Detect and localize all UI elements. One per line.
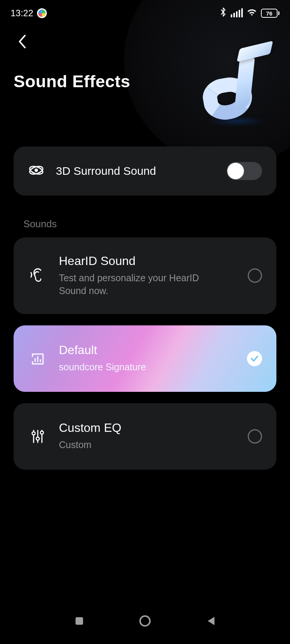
cellular-icon (231, 9, 243, 17)
surround-icon (28, 163, 45, 179)
wifi-icon (247, 8, 257, 18)
status-left: 13:22 (11, 8, 47, 18)
nav-back-button[interactable] (202, 612, 221, 630)
option-title: HearID Sound (59, 254, 236, 268)
back-button[interactable] (14, 33, 30, 50)
autofill-icon (37, 8, 47, 18)
battery-level: 76 (266, 11, 273, 16)
equalizer-icon (28, 351, 48, 366)
status-right: 76 (219, 7, 279, 19)
triangle-left-icon (206, 616, 216, 626)
status-time: 13:22 (11, 8, 33, 18)
square-icon (74, 616, 84, 626)
option-subtitle: soundcore Signature (59, 361, 218, 374)
option-custom-eq[interactable]: Custom EQ Custom (14, 403, 276, 470)
svg-point-10 (36, 437, 39, 440)
surround-sound-label: 3D Surround Sound (56, 165, 215, 177)
option-subtitle: Custom (59, 439, 218, 451)
svg-rect-12 (76, 617, 83, 625)
system-nav-bar (0, 608, 290, 634)
check-icon (250, 354, 259, 363)
option-title: Default (59, 343, 236, 357)
sounds-section-label: Sounds (23, 218, 275, 230)
svg-point-2 (35, 169, 37, 171)
option-title: Custom EQ (59, 421, 236, 435)
radio-selected[interactable] (247, 351, 262, 366)
bluetooth-icon (219, 7, 227, 19)
svg-point-9 (32, 432, 35, 435)
toggle-knob (227, 163, 244, 179)
svg-point-13 (140, 616, 150, 626)
radio-unselected[interactable] (248, 268, 262, 283)
sliders-icon (28, 428, 48, 445)
option-hearid-sound[interactable]: HearID Sound Test and personalize your H… (14, 237, 276, 314)
battery-indicator: 76 (261, 9, 279, 18)
svg-point-11 (40, 431, 43, 434)
option-default[interactable]: Default soundcore Signature (14, 325, 276, 392)
surround-sound-card[interactable]: 3D Surround Sound (14, 146, 276, 196)
nav-home-button[interactable] (136, 612, 154, 630)
status-bar: 13:22 76 (0, 0, 290, 23)
surround-sound-toggle[interactable] (227, 162, 262, 180)
radio-unselected[interactable] (248, 429, 262, 444)
nav-recent-button[interactable] (70, 612, 89, 630)
page-title: Sound Effects (14, 72, 276, 91)
option-subtitle: Test and personalize your HearID Sound n… (59, 272, 218, 297)
chevron-left-icon (17, 34, 26, 49)
ear-icon (28, 267, 48, 285)
circle-icon (139, 615, 151, 627)
